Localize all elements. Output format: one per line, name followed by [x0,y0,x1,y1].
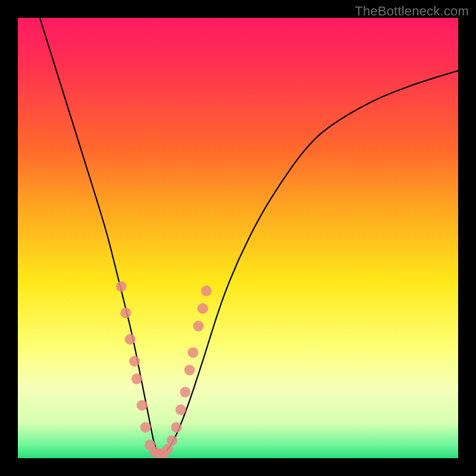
curve-marker [188,347,199,358]
curve-marker [201,286,212,296]
bottleneck-curve [40,18,458,454]
curve-marker [184,365,195,375]
watermark-text: TheBottleneck.com [355,4,469,19]
curve-marker [176,405,186,415]
curve-marker [125,334,136,345]
curve-marker [193,321,203,331]
curve-marker [198,303,208,314]
curve-marker [131,374,142,384]
chart-svg [18,18,458,458]
curve-marker [171,422,181,433]
curve-marker [167,435,177,446]
plot-area [18,18,458,458]
curve-markers [116,281,212,458]
chart-frame: TheBottleneck.com [0,0,476,476]
curve-marker [140,422,151,433]
curve-marker [129,356,140,367]
curve-marker [120,308,131,318]
curve-marker [180,387,190,397]
curve-marker [116,281,127,292]
curve-marker [137,400,148,411]
